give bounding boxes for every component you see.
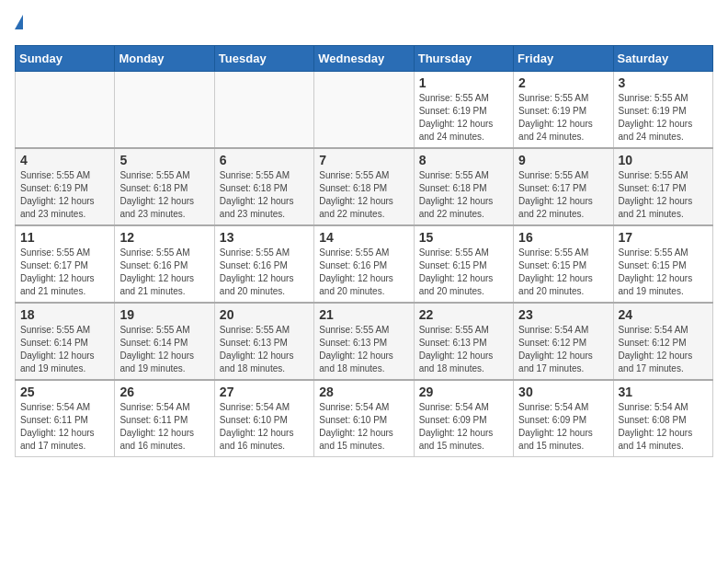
day-info-line: Sunrise: 5:55 AM	[220, 325, 290, 335]
day-info-line: Sunrise: 5:55 AM	[419, 93, 489, 103]
day-number: 1	[419, 75, 508, 90]
day-info: Sunrise: 5:55 AMSunset: 6:13 PMDaylight:…	[419, 324, 508, 375]
day-info-line: and 15 minutes.	[319, 441, 384, 451]
day-number: 20	[220, 307, 309, 322]
day-number: 22	[419, 307, 508, 322]
day-info-line: Sunset: 6:18 PM	[419, 183, 487, 193]
day-info-line: Daylight: 12 hours	[319, 428, 393, 438]
day-info-line: Sunset: 6:17 PM	[20, 260, 88, 270]
day-info-line: Sunrise: 5:55 AM	[518, 93, 588, 103]
day-info-line: and 20 minutes.	[319, 286, 384, 296]
day-info-line: Sunset: 6:18 PM	[319, 183, 387, 193]
logo-triangle-icon	[15, 15, 23, 29]
day-info-line: Sunset: 6:14 PM	[119, 338, 188, 348]
calendar-cell: 19Sunrise: 5:55 AMSunset: 6:14 PMDayligh…	[115, 303, 214, 380]
day-info-line: Daylight: 12 hours	[419, 350, 494, 361]
day-info-line: Sunrise: 5:55 AM	[220, 170, 290, 180]
day-info: Sunrise: 5:54 AMSunset: 6:11 PMDaylight:…	[20, 401, 109, 453]
day-info-line: Daylight: 12 hours	[619, 119, 693, 129]
day-info-line: Sunrise: 5:55 AM	[619, 247, 688, 258]
day-number: 3	[619, 75, 708, 90]
calendar-cell: 7Sunrise: 5:55 AMSunset: 6:18 PMDaylight…	[314, 148, 414, 225]
calendar-cell: 9Sunrise: 5:55 AMSunset: 6:17 PMDaylight…	[514, 148, 613, 225]
day-info-line: Sunset: 6:12 PM	[619, 338, 687, 348]
day-info: Sunrise: 5:55 AMSunset: 6:17 PMDaylight:…	[20, 247, 109, 298]
calendar-cell: 27Sunrise: 5:54 AMSunset: 6:10 PMDayligh…	[214, 380, 313, 457]
day-info: Sunrise: 5:55 AMSunset: 6:18 PMDaylight:…	[419, 169, 508, 221]
day-number: 31	[619, 385, 708, 399]
weekday-header: Friday	[514, 46, 613, 72]
day-info-line: Sunrise: 5:55 AM	[319, 170, 389, 180]
day-info: Sunrise: 5:55 AMSunset: 6:16 PMDaylight:…	[220, 247, 309, 298]
calendar-cell: 29Sunrise: 5:54 AMSunset: 6:09 PMDayligh…	[414, 380, 513, 457]
day-info-line: Daylight: 12 hours	[20, 273, 95, 283]
day-info-line: and 18 minutes.	[319, 363, 384, 373]
day-info: Sunrise: 5:55 AMSunset: 6:14 PMDaylight:…	[119, 324, 209, 375]
calendar-cell	[314, 72, 414, 149]
day-info-line: Sunset: 6:09 PM	[419, 415, 487, 425]
calendar-week-row: 11Sunrise: 5:55 AMSunset: 6:17 PMDayligh…	[16, 225, 713, 303]
day-number: 21	[319, 307, 408, 322]
day-info-line: Sunrise: 5:55 AM	[419, 170, 489, 180]
calendar-cell: 1Sunrise: 5:55 AMSunset: 6:19 PMDaylight…	[414, 72, 513, 149]
calendar-cell: 8Sunrise: 5:55 AMSunset: 6:18 PMDaylight…	[414, 148, 513, 225]
day-number: 5	[119, 153, 209, 167]
day-info: Sunrise: 5:54 AMSunset: 6:10 PMDaylight:…	[319, 401, 408, 453]
day-info-line: Sunset: 6:15 PM	[518, 260, 586, 270]
day-info: Sunrise: 5:55 AMSunset: 6:15 PMDaylight:…	[619, 247, 708, 298]
day-info: Sunrise: 5:55 AMSunset: 6:17 PMDaylight:…	[518, 169, 608, 221]
day-info: Sunrise: 5:55 AMSunset: 6:19 PMDaylight:…	[419, 92, 508, 144]
day-info-line: and 24 minutes.	[419, 132, 484, 142]
day-info-line: and 16 minutes.	[220, 441, 285, 451]
day-info-line: and 22 minutes.	[419, 209, 484, 219]
calendar-cell: 25Sunrise: 5:54 AMSunset: 6:11 PMDayligh…	[16, 380, 115, 457]
day-info-line: and 20 minutes.	[518, 286, 584, 296]
weekday-header: Saturday	[613, 46, 712, 72]
day-number: 15	[419, 230, 508, 245]
day-info-line: Sunrise: 5:55 AM	[619, 170, 688, 180]
day-info-line: and 22 minutes.	[319, 209, 384, 219]
calendar-cell: 26Sunrise: 5:54 AMSunset: 6:11 PMDayligh…	[115, 380, 214, 457]
day-info-line: and 22 minutes.	[518, 209, 584, 219]
day-info: Sunrise: 5:55 AMSunset: 6:16 PMDaylight:…	[119, 247, 209, 298]
day-info: Sunrise: 5:54 AMSunset: 6:08 PMDaylight:…	[619, 401, 708, 453]
calendar-cell: 11Sunrise: 5:55 AMSunset: 6:17 PMDayligh…	[16, 225, 115, 303]
calendar-cell: 3Sunrise: 5:55 AMSunset: 6:19 PMDaylight…	[613, 72, 712, 149]
day-info-line: Daylight: 12 hours	[119, 350, 194, 361]
logo	[15, 15, 23, 34]
day-info-line: and 18 minutes.	[419, 363, 484, 373]
day-number: 8	[419, 153, 508, 167]
day-number: 14	[319, 230, 408, 245]
day-info-line: Sunset: 6:10 PM	[220, 415, 288, 425]
calendar-cell: 23Sunrise: 5:54 AMSunset: 6:12 PMDayligh…	[514, 303, 613, 380]
day-info-line: Sunset: 6:13 PM	[419, 338, 487, 348]
day-info: Sunrise: 5:54 AMSunset: 6:09 PMDaylight:…	[419, 401, 508, 453]
day-number: 28	[319, 385, 408, 399]
day-info-line: Daylight: 12 hours	[20, 350, 95, 361]
weekday-header: Tuesday	[214, 46, 313, 72]
day-info-line: Daylight: 12 hours	[119, 428, 194, 438]
calendar-cell: 22Sunrise: 5:55 AMSunset: 6:13 PMDayligh…	[414, 303, 513, 380]
day-info-line: and 23 minutes.	[119, 209, 185, 219]
day-number: 26	[119, 385, 209, 399]
day-info-line: Sunrise: 5:55 AM	[119, 325, 189, 335]
day-info-line: Daylight: 12 hours	[518, 350, 593, 361]
day-number: 18	[20, 307, 109, 322]
weekday-header: Sunday	[16, 46, 115, 72]
day-info: Sunrise: 5:55 AMSunset: 6:17 PMDaylight:…	[619, 169, 708, 221]
day-info-line: and 15 minutes.	[518, 441, 584, 451]
day-info-line: Daylight: 12 hours	[220, 350, 294, 361]
day-info-line: Sunset: 6:13 PM	[319, 338, 387, 348]
day-number: 29	[419, 385, 508, 399]
day-info-line: Sunset: 6:16 PM	[119, 260, 188, 270]
day-info-line: Sunset: 6:14 PM	[20, 338, 88, 348]
day-info-line: and 17 minutes.	[518, 363, 584, 373]
day-info: Sunrise: 5:54 AMSunset: 6:12 PMDaylight:…	[619, 324, 708, 375]
day-info-line: Sunrise: 5:55 AM	[518, 170, 588, 180]
day-info-line: Sunset: 6:10 PM	[319, 415, 387, 425]
calendar-cell: 5Sunrise: 5:55 AMSunset: 6:18 PMDaylight…	[115, 148, 214, 225]
calendar-week-row: 25Sunrise: 5:54 AMSunset: 6:11 PMDayligh…	[16, 380, 713, 457]
day-info-line: Sunrise: 5:54 AM	[518, 325, 588, 335]
day-info-line: Daylight: 12 hours	[119, 196, 194, 206]
day-info-line: Sunrise: 5:55 AM	[119, 247, 189, 258]
